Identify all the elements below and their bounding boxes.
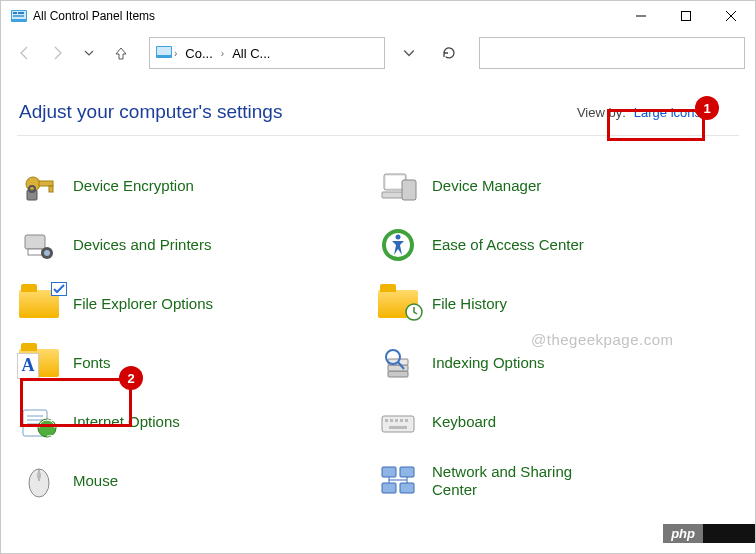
item-label: Device Encryption (73, 177, 194, 195)
svg-point-34 (396, 234, 401, 239)
item-keyboard[interactable]: Keyboard (378, 392, 737, 451)
item-internet-options[interactable]: Internet Options (19, 392, 378, 451)
callout-badge-2: 2 (119, 366, 143, 390)
item-label: Device Manager (432, 177, 541, 195)
minimize-button[interactable] (618, 2, 663, 30)
window-title: All Control Panel Items (33, 9, 155, 23)
item-file-explorer-options[interactable]: File Explorer Options (19, 274, 378, 333)
svg-rect-29 (386, 176, 404, 188)
svg-rect-47 (389, 426, 407, 429)
control-panel-icon (11, 8, 27, 24)
page-title: Adjust your computer's settings (19, 101, 577, 123)
item-label: File History (432, 295, 507, 313)
items-grid: Device Encryption Devices and Printers F… (1, 136, 755, 510)
item-devices-and-printers[interactable]: Devices and Printers (19, 215, 378, 274)
viewby-label: View by: (577, 105, 626, 120)
device-manager-icon (378, 166, 418, 206)
control-panel-icon (156, 44, 172, 63)
item-label: Devices and Printers (73, 236, 211, 254)
search-input[interactable] (479, 37, 745, 69)
svg-point-24 (38, 419, 56, 437)
address-bar[interactable]: › Co... › All C... (149, 37, 385, 69)
mouse-icon (19, 461, 59, 501)
svg-rect-50 (382, 483, 396, 493)
item-file-history[interactable]: File History (378, 274, 737, 333)
item-label: Mouse (73, 472, 118, 490)
item-label: Indexing Options (432, 354, 545, 372)
address-dropdown[interactable] (393, 37, 425, 69)
svg-point-19 (44, 250, 50, 256)
svg-rect-16 (25, 235, 45, 249)
titlebar: All Control Panel Items (1, 1, 755, 31)
svg-rect-17 (28, 249, 42, 255)
recent-locations-button[interactable] (75, 39, 103, 67)
svg-rect-4 (13, 15, 24, 17)
svg-rect-12 (39, 181, 53, 186)
item-label: Keyboard (432, 413, 496, 431)
back-button[interactable] (11, 39, 39, 67)
toolbar: › Co... › All C... (1, 31, 755, 75)
chevron-right-icon[interactable]: › (172, 48, 179, 59)
svg-rect-44 (395, 419, 398, 422)
close-button[interactable] (708, 2, 753, 30)
printer-camera-icon (19, 225, 59, 265)
refresh-button[interactable] (433, 37, 465, 69)
svg-rect-46 (405, 419, 408, 422)
svg-rect-51 (400, 483, 414, 493)
item-label: Fonts (73, 354, 111, 372)
svg-rect-13 (49, 186, 53, 192)
viewby-value-text: Large icons (634, 105, 701, 120)
svg-rect-3 (18, 12, 24, 14)
key-lock-icon (19, 166, 59, 206)
svg-rect-10 (157, 47, 171, 55)
maximize-button[interactable] (663, 2, 708, 30)
item-fonts[interactable]: A Fonts (19, 333, 378, 392)
item-ease-of-access-center[interactable]: Ease of Access Center (378, 215, 737, 274)
file-history-icon (378, 284, 418, 324)
ease-of-access-icon (378, 225, 418, 265)
chevron-right-icon[interactable]: › (219, 48, 226, 59)
svg-rect-2 (13, 12, 17, 14)
callout-badge-1: 1 (695, 96, 719, 120)
breadcrumb-seg-1[interactable]: Co... (179, 38, 218, 68)
internet-options-icon (19, 402, 59, 442)
svg-rect-31 (402, 180, 416, 200)
svg-rect-48 (382, 467, 396, 477)
watermark-text: @thegeekpage.com (531, 331, 673, 348)
php-badge: php (663, 524, 755, 543)
item-device-encryption[interactable]: Device Encryption (19, 156, 378, 215)
svg-rect-6 (681, 12, 690, 21)
item-label: Network and Sharing Center (432, 463, 602, 499)
item-label: File Explorer Options (73, 295, 213, 313)
svg-rect-41 (382, 416, 414, 432)
svg-rect-49 (400, 467, 414, 477)
item-device-manager[interactable]: Device Manager (378, 156, 737, 215)
indexing-options-icon (378, 343, 418, 383)
folder-checkbox-icon (19, 284, 59, 324)
svg-rect-45 (400, 419, 403, 422)
fonts-folder-icon: A (19, 343, 59, 383)
svg-rect-37 (388, 365, 408, 371)
keyboard-icon (378, 402, 418, 442)
breadcrumb-seg-2[interactable]: All C... (226, 38, 276, 68)
svg-rect-27 (37, 472, 41, 479)
up-button[interactable] (107, 39, 135, 67)
php-badge-text: php (663, 524, 703, 543)
header-row: Adjust your computer's settings View by:… (1, 75, 755, 129)
svg-rect-43 (390, 419, 393, 422)
network-sharing-icon (378, 461, 418, 501)
svg-rect-36 (388, 371, 408, 377)
forward-button[interactable] (43, 39, 71, 67)
item-label: Internet Options (73, 413, 180, 431)
svg-rect-42 (385, 419, 388, 422)
item-network-and-sharing-center[interactable]: Network and Sharing Center (378, 451, 737, 510)
item-label: Ease of Access Center (432, 236, 584, 254)
item-mouse[interactable]: Mouse (19, 451, 378, 510)
